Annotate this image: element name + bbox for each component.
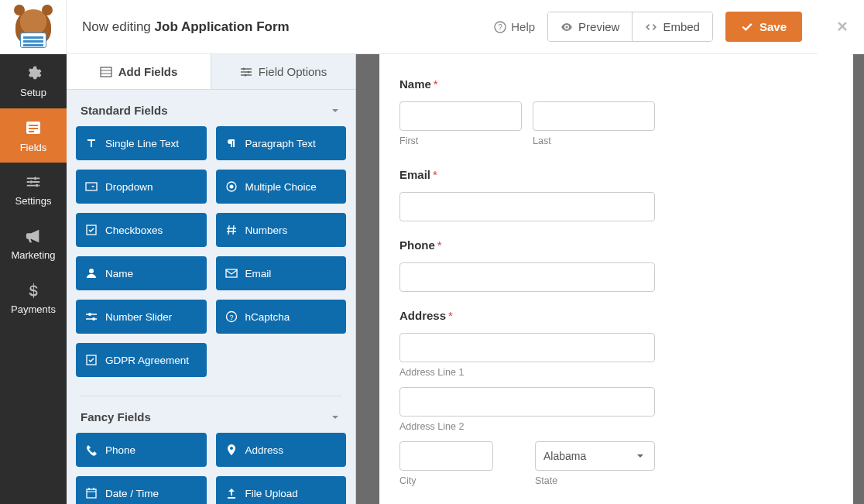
field-number-slider[interactable]: Number Slider <box>76 300 207 334</box>
bullhorn-icon <box>25 228 42 245</box>
paragraph-icon <box>225 137 238 149</box>
preview-email-field[interactable]: Email* <box>399 168 833 221</box>
address-label: Address* <box>399 309 833 322</box>
text-icon <box>85 137 98 149</box>
name-label: Name* <box>399 77 833 91</box>
preview-name-field[interactable]: Name* First Last <box>399 77 833 146</box>
wpforms-logo <box>0 0 67 54</box>
preview-button[interactable]: Preview <box>548 12 632 41</box>
svg-rect-16 <box>86 183 97 190</box>
phone-icon <box>85 444 98 456</box>
gear-icon <box>25 65 42 82</box>
upload-icon <box>225 487 238 499</box>
svg-point-23 <box>92 317 95 321</box>
field-dropdown[interactable]: Dropdown <box>76 170 207 204</box>
sliders-icon <box>240 66 252 78</box>
last-sublabel: Last <box>533 135 655 146</box>
radio-icon <box>225 180 238 193</box>
field-name[interactable]: Name <box>76 256 207 290</box>
field-gdpr-agreement[interactable]: GDPR Agreement <box>76 343 207 377</box>
eye-icon <box>561 21 573 33</box>
field-address[interactable]: Address <box>216 433 347 467</box>
field-email[interactable]: Email <box>216 256 347 290</box>
required-asterisk: * <box>448 309 453 322</box>
embed-button[interactable]: Embed <box>632 12 712 41</box>
email-input[interactable] <box>399 192 655 221</box>
right-gutter <box>853 54 864 504</box>
nav-setup-label: Setup <box>20 87 46 98</box>
checkbox-icon <box>85 354 98 366</box>
help-icon: ? <box>494 21 506 33</box>
addr2-sublabel: Address Line 2 <box>399 421 655 432</box>
svg-point-7 <box>34 177 37 180</box>
svg-rect-4 <box>29 125 38 126</box>
section-fancy-label: Fancy Fields <box>81 410 151 423</box>
sliders-icon <box>85 310 98 323</box>
phone-input[interactable] <box>399 262 655 292</box>
section-standard-label: Standard Fields <box>81 104 168 117</box>
state-select[interactable]: Alabama <box>535 441 655 471</box>
tab-add-fields[interactable]: Add Fields <box>67 54 211 89</box>
help-link[interactable]: ? Help <box>494 20 535 33</box>
left-nav: Setup Fields Settings Marketing Payments <box>0 54 67 504</box>
city-sublabel: City <box>399 475 493 486</box>
field-checkboxes[interactable]: Checkboxes <box>76 213 207 247</box>
field-paragraph-text[interactable]: Paragraph Text <box>216 126 347 160</box>
nav-marketing-label: Marketing <box>11 249 55 261</box>
svg-point-20 <box>89 269 94 273</box>
svg-point-22 <box>88 313 91 316</box>
tab-options-label: Field Options <box>259 65 327 78</box>
nav-payments[interactable]: Payments <box>0 271 67 325</box>
svg-rect-10 <box>101 67 111 77</box>
addr1-sublabel: Address Line 1 <box>399 367 655 378</box>
checkbox-icon <box>85 224 98 236</box>
nav-settings-label: Settings <box>15 195 52 207</box>
svg-point-9 <box>36 183 39 187</box>
save-button[interactable]: Save <box>725 12 802 42</box>
preview-address-field[interactable]: Address* Address Line 1 Address Line 2 C… <box>399 309 833 486</box>
first-name-input[interactable] <box>399 101 522 131</box>
envelope-icon <box>225 267 238 279</box>
nav-marketing[interactable]: Marketing <box>0 217 67 271</box>
preview-embed-group: Preview Embed <box>547 12 713 42</box>
section-standard-fields[interactable]: Standard Fields <box>76 90 346 126</box>
field-file-upload[interactable]: File Upload <box>216 476 347 504</box>
field-multiple-choice[interactable]: Multiple Choice <box>216 170 347 204</box>
nav-settings[interactable]: Settings <box>0 163 67 217</box>
chevron-down-icon <box>329 105 341 117</box>
panel-tabs: Add Fields Field Options <box>67 54 355 90</box>
form-name: Job Application Form <box>155 19 290 34</box>
close-button[interactable] <box>835 19 850 34</box>
preview-phone-field[interactable]: Phone* <box>399 238 833 292</box>
section-fancy-fields[interactable]: Fancy Fields <box>76 396 346 433</box>
svg-point-15 <box>244 74 246 76</box>
svg-point-2 <box>566 26 568 28</box>
address-line1-input[interactable] <box>399 333 655 362</box>
chevron-down-icon <box>634 450 646 462</box>
chevron-down-icon <box>329 411 341 423</box>
nav-payments-label: Payments <box>11 303 56 315</box>
field-hcaptcha[interactable]: ? hCaptcha <box>216 300 347 334</box>
tab-field-options[interactable]: Field Options <box>211 54 355 89</box>
fields-panel: Add Fields Field Options Standard Fields… <box>67 54 356 504</box>
field-phone[interactable]: Phone <box>76 433 207 467</box>
question-icon: ? <box>225 310 238 323</box>
left-gutter <box>356 54 379 504</box>
field-single-line-text[interactable]: Single Line Text <box>76 126 207 160</box>
field-date-time[interactable]: Date / Time <box>76 476 207 504</box>
last-name-input[interactable] <box>533 101 655 131</box>
nav-fields[interactable]: Fields <box>0 108 67 163</box>
field-numbers[interactable]: Numbers <box>216 213 347 247</box>
nav-fields-label: Fields <box>20 142 47 153</box>
address-line2-input[interactable] <box>399 387 655 417</box>
tab-add-label: Add Fields <box>118 65 178 78</box>
preview-label: Preview <box>578 20 619 33</box>
svg-text:?: ? <box>498 23 502 32</box>
fancy-fields-grid: Phone Address Date / Time File Upload <box>76 433 346 504</box>
hash-icon <box>225 224 238 236</box>
form-preview: Name* First Last Email* Phone* Address* <box>379 54 853 504</box>
city-input[interactable] <box>399 441 493 471</box>
nav-setup[interactable]: Setup <box>0 54 67 108</box>
first-sublabel: First <box>399 135 522 146</box>
save-label: Save <box>759 20 787 33</box>
